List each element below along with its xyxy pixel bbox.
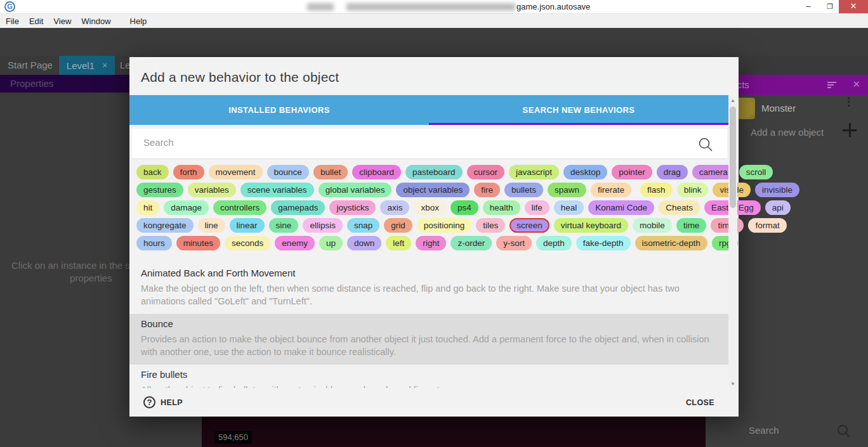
tag-chip-linear[interactable]: linear — [230, 218, 265, 233]
tag-chip-xbox[interactable]: xbox — [414, 200, 446, 215]
tag-chip-joysticks[interactable]: joysticks — [329, 200, 376, 215]
tag-chip-heal[interactable]: heal — [554, 200, 584, 215]
tag-chip-sine[interactable]: sine — [269, 218, 299, 233]
tag-chip-cheats[interactable]: Cheats — [659, 200, 700, 215]
tag-chip-health[interactable]: health — [483, 200, 520, 215]
menu-item-window[interactable]: Window — [76, 16, 115, 26]
object-list-item[interactable]: Monster — [761, 103, 796, 113]
behavior-search-input[interactable] — [143, 137, 689, 148]
tag-chip-time[interactable]: time — [676, 218, 707, 233]
objects-search-input[interactable] — [749, 425, 825, 436]
tab-search-new-behaviors[interactable]: SEARCH NEW BEHAVIORS — [429, 95, 728, 125]
tag-chip-cursor[interactable]: cursor — [467, 165, 505, 179]
tag-chip-controllers[interactable]: controllers — [213, 200, 266, 215]
menu-item-file[interactable]: File — [1, 16, 24, 26]
tag-chip-scene-variables[interactable]: scene variables — [240, 183, 314, 197]
tag-chip-virtual-keyboard[interactable]: virtual keyboard — [554, 218, 628, 233]
tag-chip-bullet[interactable]: bullet — [313, 165, 348, 179]
tag-chip-mobile[interactable]: mobile — [633, 218, 672, 233]
tag-chip-depth[interactable]: depth — [536, 236, 572, 250]
tag-chip-isometric-depth[interactable]: isometric-depth — [635, 236, 707, 250]
tag-chip-pasteboard[interactable]: pasteboard — [405, 165, 463, 179]
tab-level1[interactable]: Level1 × — [59, 56, 115, 75]
tag-chip-gestures[interactable]: gestures — [136, 183, 183, 197]
add-object-label[interactable]: Add a new object — [751, 127, 824, 138]
tag-chip-forth[interactable]: forth — [173, 165, 204, 179]
tag-chip-seconds[interactable]: seconds — [225, 236, 270, 250]
tag-chip-area: backforthmovementbouncebulletclipboardpa… — [136, 165, 727, 254]
menu-item-view[interactable]: View — [48, 16, 76, 26]
tag-chip-desktop[interactable]: desktop — [563, 165, 607, 179]
tag-chip-screen[interactable]: screen — [510, 218, 549, 233]
tag-chip-format[interactable]: format — [748, 218, 786, 233]
tag-chip-back[interactable]: back — [136, 165, 169, 179]
behavior-list-item[interactable]: Animated Back and Forth MovementMake the… — [129, 263, 728, 314]
tag-chip-movement[interactable]: movement — [209, 165, 263, 179]
scroll-down-icon[interactable]: ▼ — [728, 381, 737, 387]
dialog-scrollbar[interactable]: ▲ ▼ — [728, 96, 737, 388]
tag-chip-global-variables[interactable]: global variables — [319, 183, 392, 197]
tag-chip-enemy[interactable]: enemy — [275, 236, 315, 250]
tag-chip-drag[interactable]: drag — [657, 165, 688, 179]
tag-chip-kongregate[interactable]: kongregate — [136, 218, 194, 233]
tag-chip-line[interactable]: line — [198, 218, 225, 233]
tag-chip-hit[interactable]: hit — [136, 200, 159, 215]
tag-chip-grid[interactable]: grid — [384, 218, 412, 233]
panel-close-icon[interactable]: ✕ — [852, 79, 860, 90]
behavior-list-item[interactable]: BounceProvides an action to make the obj… — [129, 314, 728, 365]
behavior-list-item[interactable]: Fire bulletsAllow the object to fire bul… — [129, 365, 728, 388]
tag-chip-fire[interactable]: fire — [474, 183, 500, 197]
tag-chip-bullets[interactable]: bullets — [504, 183, 543, 197]
tag-chip-z-order[interactable]: z-order — [450, 236, 492, 250]
tab-start-page[interactable]: Start Page — [8, 60, 53, 70]
scrollbar-thumb[interactable] — [730, 107, 736, 208]
tag-chip-pointer[interactable]: pointer — [612, 165, 652, 179]
tab-close-icon[interactable]: × — [102, 60, 107, 70]
tag-chip-object-variables[interactable]: object variables — [396, 183, 470, 197]
scroll-up-icon[interactable]: ▲ — [728, 98, 737, 103]
restore-button[interactable]: ❐ — [820, 0, 840, 13]
tag-chip-y-sort[interactable]: y-sort — [496, 236, 532, 250]
tag-chip-snap[interactable]: snap — [347, 218, 379, 233]
tag-chip-scroll[interactable]: scroll — [739, 165, 773, 179]
tag-chip-api[interactable]: api — [765, 200, 791, 215]
tag-chip-axis[interactable]: axis — [380, 200, 409, 215]
close-dialog-button[interactable]: CLOSE — [686, 398, 714, 407]
object-menu-icon[interactable]: ⋮ — [843, 99, 854, 105]
tag-chip-konami-code[interactable]: Konami Code — [588, 200, 654, 215]
tag-chip-firerate[interactable]: firerate — [591, 183, 631, 197]
filter-icon[interactable] — [827, 82, 836, 89]
tag-chip-left[interactable]: left — [386, 236, 411, 250]
tag-chip-invisible[interactable]: invisible — [755, 183, 799, 197]
minimize-button[interactable]: – — [798, 0, 819, 13]
help-button[interactable]: ? HELP — [143, 396, 183, 408]
tag-chip-gamepads[interactable]: gamepads — [271, 200, 325, 215]
tag-chip-positioning[interactable]: positioning — [417, 218, 472, 233]
tag-chip-flash[interactable]: flash — [640, 183, 673, 197]
menu-item-edit[interactable]: Edit — [24, 16, 48, 26]
tag-chip-variables[interactable]: variables — [188, 183, 236, 197]
menu-item-help[interactable]: Help — [125, 16, 152, 26]
tag-chip-up[interactable]: up — [319, 236, 343, 250]
tag-chip-ellipsis[interactable]: ellipsis — [303, 218, 343, 233]
tag-chip-minutes[interactable]: minutes — [176, 236, 220, 250]
add-object-plus-icon[interactable] — [843, 123, 857, 137]
behavior-description: Make the object go on the left, then whe… — [141, 282, 717, 308]
tag-chip-damage[interactable]: damage — [164, 200, 209, 215]
tag-chip-tiles[interactable]: tiles — [476, 218, 505, 233]
tag-chip-blink[interactable]: blink — [677, 183, 709, 197]
tag-chip-javascript[interactable]: javascript — [509, 165, 559, 179]
tag-chip-spawn[interactable]: spawn — [548, 183, 586, 197]
tag-chip-life[interactable]: life — [525, 200, 549, 215]
tag-chip-down[interactable]: down — [347, 236, 381, 250]
tag-chip-timer[interactable]: timer — [711, 218, 744, 233]
tag-chip-hours[interactable]: hours — [136, 236, 172, 250]
tag-chip-clipboard[interactable]: clipboard — [352, 165, 401, 179]
tag-chip-fake-depth[interactable]: fake-depth — [576, 236, 631, 250]
tag-chip-ps4[interactable]: ps4 — [450, 200, 478, 215]
tag-chip-right[interactable]: right — [416, 236, 446, 250]
tab-installed-behaviors[interactable]: INSTALLED BEHAVIORS — [129, 95, 429, 125]
window-title: game.json.autosave — [516, 2, 590, 11]
tag-chip-bounce[interactable]: bounce — [267, 165, 309, 179]
close-window-button[interactable]: ✕ — [839, 0, 868, 13]
